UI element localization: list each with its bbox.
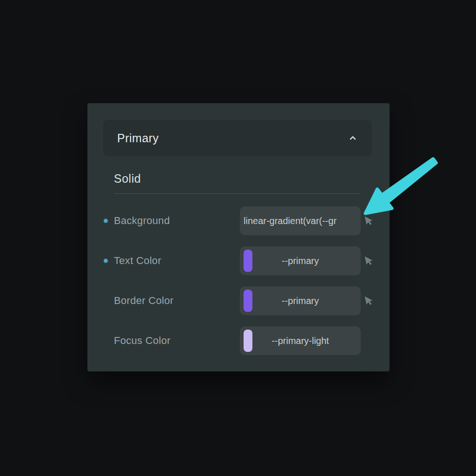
setting-label: Text Color — [114, 255, 161, 267]
field-value: --primary — [282, 296, 319, 306]
screenshot-canvas: Primary Solid Background linear-gradient… — [0, 0, 476, 476]
setting-label: Background — [114, 215, 170, 227]
field-value: --primary-light — [271, 336, 329, 346]
modified-bullet — [104, 219, 108, 223]
focus-color-value-field[interactable]: --primary-light — [240, 326, 361, 355]
pointer-cursor-icon — [363, 294, 377, 308]
field-value: linear-gradient(var(--gr — [244, 216, 337, 226]
chevron-up-icon[interactable] — [348, 133, 358, 143]
border-color-value-field[interactable]: --primary — [240, 286, 361, 315]
group-title: Primary — [117, 132, 159, 145]
setting-label: Border Color — [114, 295, 173, 307]
primary-group-header[interactable]: Primary — [103, 120, 372, 156]
section-title-solid: Solid — [114, 172, 141, 185]
setting-row-background: Background linear-gradient(var(--gr — [87, 206, 390, 235]
color-settings-panel: Primary Solid Background linear-gradient… — [87, 103, 390, 371]
pointer-cursor-icon — [363, 214, 377, 228]
background-value-field[interactable]: linear-gradient(var(--gr — [240, 206, 361, 235]
setting-row-border-color: Border Color --primary — [87, 286, 390, 315]
field-value: --primary — [282, 256, 319, 266]
setting-label: Focus Color — [114, 335, 171, 347]
modified-bullet — [104, 259, 108, 263]
section-divider — [114, 193, 360, 194]
setting-row-text-color: Text Color --primary — [87, 246, 390, 275]
setting-row-focus-color: Focus Color --primary-light — [87, 326, 390, 355]
text-color-value-field[interactable]: --primary — [240, 246, 361, 275]
color-swatch[interactable] — [244, 290, 252, 312]
pointer-cursor-icon — [363, 254, 377, 268]
color-swatch[interactable] — [244, 250, 252, 272]
color-swatch[interactable] — [244, 330, 252, 352]
